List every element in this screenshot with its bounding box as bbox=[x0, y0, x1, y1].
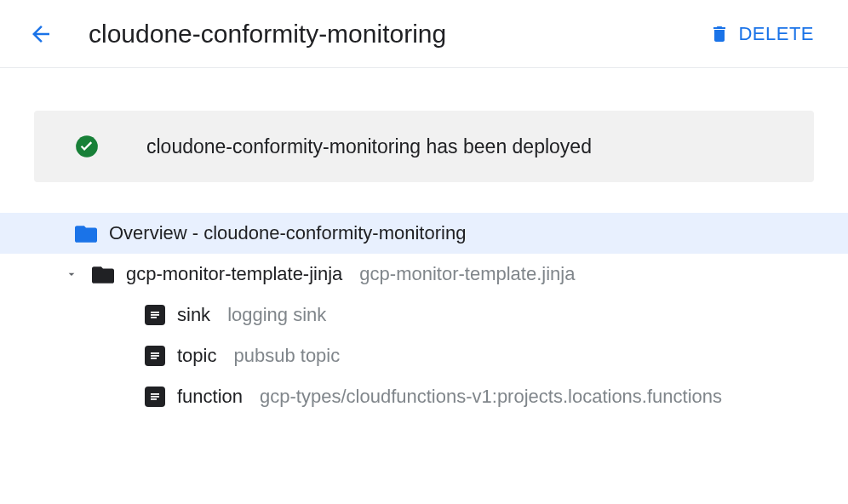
folder-icon bbox=[92, 265, 114, 284]
svg-rect-6 bbox=[151, 358, 157, 359]
folder-icon bbox=[75, 224, 97, 243]
tree-template-row[interactable]: gcp-monitor-template-jinja gcp-monitor-t… bbox=[34, 254, 814, 295]
template-file: gcp-monitor-template.jinja bbox=[359, 263, 575, 285]
delete-button[interactable]: DELETE bbox=[699, 16, 824, 52]
caret-down-icon bbox=[65, 267, 78, 281]
trash-icon bbox=[709, 24, 730, 44]
tree-resource-row[interactable]: topic pubsub topic bbox=[34, 335, 814, 376]
delete-button-label: DELETE bbox=[738, 23, 814, 45]
resource-type: logging sink bbox=[227, 304, 326, 326]
svg-rect-2 bbox=[151, 314, 159, 316]
page-title: cloudone-conformity-monitoring bbox=[89, 20, 699, 49]
svg-rect-8 bbox=[151, 396, 159, 398]
arrow-left-icon bbox=[28, 21, 54, 47]
svg-rect-3 bbox=[151, 317, 157, 318]
expand-toggle[interactable] bbox=[63, 266, 80, 283]
resource-tree: Overview - cloudone-conformity-monitorin… bbox=[34, 213, 814, 417]
back-button[interactable] bbox=[24, 17, 58, 51]
notification-message: cloudone-conformity-monitoring has been … bbox=[146, 135, 592, 158]
overview-label: Overview - cloudone-conformity-monitorin… bbox=[109, 222, 466, 244]
resource-type: pubsub topic bbox=[233, 345, 340, 367]
svg-rect-4 bbox=[151, 352, 159, 354]
document-icon bbox=[145, 346, 165, 366]
notification-banner: cloudone-conformity-monitoring has been … bbox=[34, 111, 814, 182]
resource-name: sink bbox=[177, 304, 210, 326]
tree-overview-row[interactable]: Overview - cloudone-conformity-monitorin… bbox=[0, 213, 848, 254]
template-name: gcp-monitor-template-jinja bbox=[126, 263, 342, 285]
svg-rect-9 bbox=[151, 398, 157, 400]
document-icon bbox=[145, 305, 165, 325]
svg-rect-7 bbox=[151, 393, 159, 395]
resource-name: topic bbox=[177, 345, 216, 367]
svg-rect-1 bbox=[151, 312, 159, 313]
page-header: cloudone-conformity-monitoring DELETE bbox=[0, 0, 848, 68]
document-icon bbox=[145, 387, 165, 407]
svg-rect-5 bbox=[151, 355, 159, 357]
check-circle-icon bbox=[75, 135, 99, 158]
resource-name: function bbox=[177, 386, 243, 408]
tree-resource-row[interactable]: function gcp-types/cloudfunctions-v1:pro… bbox=[34, 376, 814, 417]
tree-resource-row[interactable]: sink logging sink bbox=[34, 295, 814, 335]
resource-type: gcp-types/cloudfunctions-v1:projects.loc… bbox=[260, 386, 722, 408]
content-area: cloudone-conformity-monitoring has been … bbox=[0, 68, 848, 451]
